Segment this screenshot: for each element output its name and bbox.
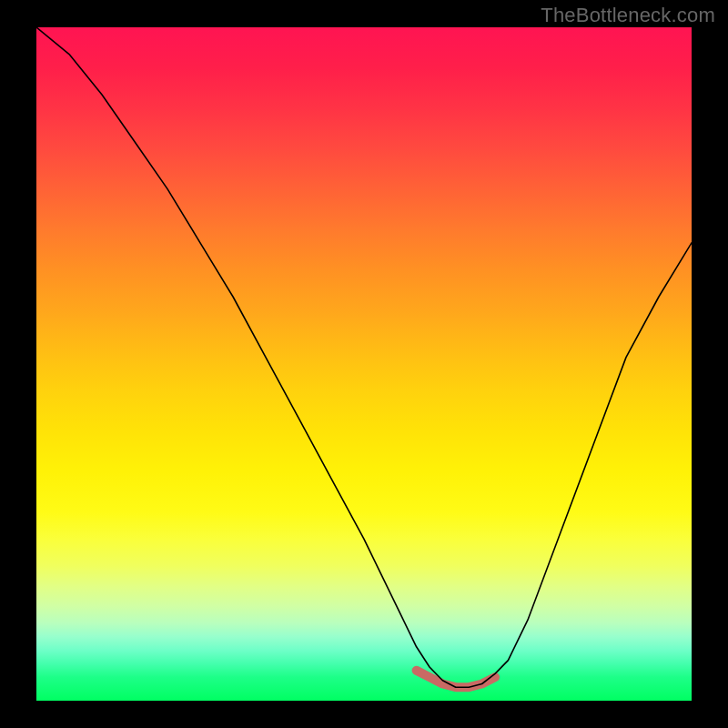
plot-area xyxy=(36,27,692,701)
bottleneck-curve xyxy=(36,27,692,687)
chart-overlay xyxy=(36,27,692,701)
watermark-text: TheBottleneck.com xyxy=(541,4,715,27)
valley-highlight-stroke xyxy=(417,671,495,688)
chart-frame: TheBottleneck.com xyxy=(0,0,728,728)
